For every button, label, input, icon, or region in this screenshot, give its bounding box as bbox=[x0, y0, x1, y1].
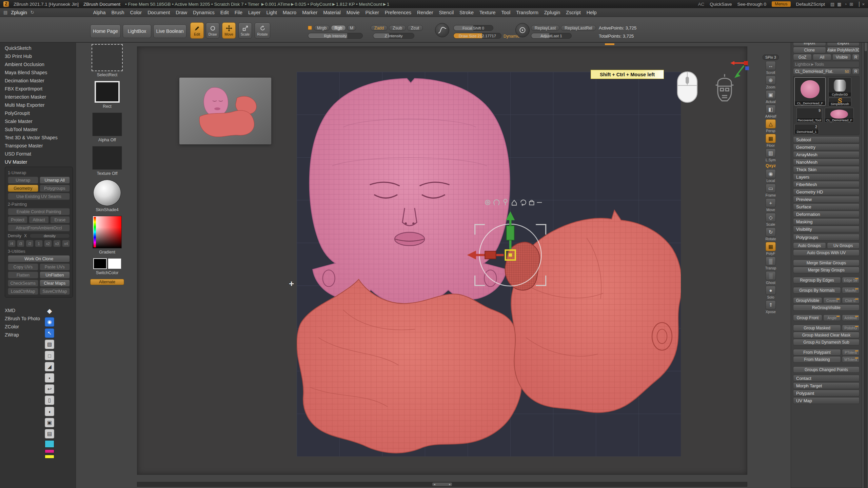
stroke-curve-icon[interactable] bbox=[435, 23, 449, 37]
tool-section-header[interactable]: Preview bbox=[793, 196, 860, 203]
menu-item[interactable]: Brush bbox=[108, 10, 127, 15]
uv-island-selected[interactable] bbox=[505, 242, 540, 290]
brush-icon[interactable]: ▧ bbox=[45, 340, 54, 349]
zplugin-menu-item[interactable]: Decimation Master bbox=[0, 77, 76, 85]
palette-icon[interactable]: ▦ bbox=[837, 2, 841, 7]
grid-icon[interactable]: ⊞ bbox=[850, 2, 853, 7]
home-page-button[interactable]: Home Page bbox=[90, 24, 121, 38]
live-boolean-button[interactable]: Live Boolean bbox=[153, 24, 186, 38]
dot-icon[interactable]: • bbox=[45, 373, 54, 383]
tool-section-header[interactable]: FiberMesh bbox=[793, 181, 860, 188]
trash-icon[interactable]: ▯ bbox=[45, 395, 54, 405]
tool-section-header-polygroups[interactable]: Polygroups bbox=[793, 234, 860, 241]
density-slider[interactable]: density bbox=[29, 233, 70, 238]
loadctrlmap-button[interactable]: LoadCtrlMap bbox=[8, 288, 38, 295]
density-x-toggle[interactable]: X bbox=[24, 233, 27, 238]
group-as-dynamesh-sub-button[interactable]: Group As Dynamesh Sub bbox=[793, 339, 860, 345]
replay-last-rel-button[interactable]: ReplayLastRel bbox=[561, 25, 596, 31]
alternate-button[interactable]: Alternate bbox=[90, 279, 124, 285]
zplugin-menu-item[interactable]: QuickSketch bbox=[0, 44, 76, 52]
texture-selector-button[interactable] bbox=[92, 146, 122, 170]
checkseams-button[interactable]: CheckSeams bbox=[8, 280, 38, 287]
cluster-slider[interactable]: Clstr 0. bbox=[842, 297, 860, 304]
cyan-swatch[interactable] bbox=[45, 440, 54, 448]
aahalf-button[interactable]: ◧ AAHalf bbox=[763, 105, 778, 118]
undo-icon[interactable]: ↩ bbox=[45, 384, 54, 394]
uv-island-face[interactable] bbox=[310, 79, 510, 305]
unwrap-button[interactable]: Unwrap bbox=[8, 177, 38, 184]
tool-section-header[interactable]: Polypaint bbox=[793, 390, 860, 396]
draw-size-slider[interactable]: Draw Size 212.17717 bbox=[453, 33, 501, 39]
goz-visible-button[interactable]: Visible bbox=[832, 54, 851, 60]
tool-section-header[interactable]: Surface bbox=[793, 203, 860, 210]
rgb-intensity-slider[interactable]: Rgb Intensity bbox=[308, 33, 363, 39]
magenta-swatch[interactable] bbox=[45, 449, 54, 453]
actual-button[interactable]: ▣ Actual bbox=[763, 90, 778, 104]
use-existing-uv-seams-toggle[interactable]: Use Existing UV Seams bbox=[8, 193, 70, 200]
right-shelf-icon[interactable]: ▭ bbox=[766, 184, 776, 193]
zsub-button[interactable]: Zsub bbox=[389, 25, 406, 31]
zplugin-menu-item[interactable]: XMD bbox=[0, 306, 76, 314]
protect-button[interactable]: Protect bbox=[8, 216, 27, 223]
alpha-selector-button[interactable] bbox=[92, 113, 122, 136]
switch-color-button[interactable] bbox=[93, 258, 121, 269]
groups-changed-points-button[interactable]: Groups Changed Points bbox=[793, 366, 860, 373]
enable-control-painting-button[interactable]: Enable Control Painting bbox=[8, 208, 70, 215]
layout-icon[interactable]: ▤ bbox=[830, 2, 834, 7]
zplugin-menu-item-uv-master[interactable]: UV Master bbox=[0, 158, 76, 166]
group-masked-clear-mask-button[interactable]: Group Masked Clear Mask bbox=[793, 332, 860, 338]
tool-section-header[interactable]: NanoMesh bbox=[793, 159, 860, 165]
tool-section-header[interactable]: Deformation bbox=[793, 211, 860, 218]
default-zscript-button[interactable]: DefaultZScript bbox=[796, 2, 825, 7]
cursor-icon[interactable]: ↖ bbox=[45, 328, 54, 338]
right-shelf-icon[interactable]: ▒ bbox=[766, 257, 776, 266]
local-symmetry-button[interactable]: ▥ L.Sym bbox=[763, 148, 778, 162]
density-multiplier-button[interactable]: 1 bbox=[35, 240, 43, 247]
local-button[interactable]: ◉ Local bbox=[763, 169, 778, 183]
lightbox-button[interactable]: LightBox bbox=[123, 24, 151, 38]
xpose-button[interactable]: ⇑ Xpose bbox=[763, 300, 778, 314]
tool-section-header[interactable]: UV Map bbox=[793, 397, 860, 404]
auto-groups-with-uv-button[interactable]: Auto Groups With UV bbox=[793, 249, 860, 256]
menu-item[interactable]: Texture bbox=[477, 10, 499, 15]
main-color-swatch[interactable] bbox=[93, 258, 107, 269]
density-multiplier-button[interactable]: /4 bbox=[8, 240, 16, 247]
zplugin-menu-item[interactable]: Text 3D & Vector Shapes bbox=[0, 134, 76, 142]
right-shelf-icon[interactable]: ● bbox=[766, 286, 776, 295]
frame-button[interactable]: ▭ Frame bbox=[763, 184, 778, 197]
density-multiplier-button[interactable]: x3 bbox=[53, 240, 61, 247]
erase-button[interactable]: Erase bbox=[50, 216, 70, 223]
tool-r-button[interactable]: R bbox=[852, 68, 860, 75]
zplugin-menu-item[interactable]: USD Format bbox=[0, 150, 76, 158]
coverage-slider[interactable]: Covera bbox=[823, 297, 841, 304]
menu-item[interactable]: Color bbox=[127, 10, 145, 15]
polyframe-button[interactable]: ▦ PolyF bbox=[763, 242, 778, 256]
right-shelf-icon[interactable]: ▥ bbox=[766, 148, 776, 158]
attract-button[interactable]: Attract bbox=[29, 216, 48, 223]
move-button[interactable]: + Move bbox=[763, 198, 778, 212]
reload-icon[interactable]: ↻ bbox=[31, 10, 34, 15]
unwrap-all-button[interactable]: Unwrap All bbox=[40, 177, 70, 184]
menu-item[interactable]: File bbox=[232, 10, 245, 15]
goz-r-button[interactable]: R bbox=[852, 54, 860, 60]
material-selector-button[interactable] bbox=[93, 180, 121, 206]
m-button[interactable]: M bbox=[347, 25, 356, 31]
density-multiplier-button[interactable]: x2 bbox=[44, 240, 52, 247]
Cylinder3D[interactable]: Cylinder3D bbox=[828, 77, 851, 97]
menu-item[interactable]: Transform bbox=[513, 10, 541, 15]
right-shelf-icon[interactable]: ↔ bbox=[766, 61, 776, 70]
menu-item[interactable]: Stencil bbox=[436, 10, 457, 15]
edge-sensitivity-slider[interactable]: Edge Se bbox=[842, 277, 860, 283]
menu-item[interactable]: Zscript bbox=[563, 10, 584, 15]
right-shelf-icon[interactable]: ◇ bbox=[766, 213, 776, 222]
move-button[interactable]: Move bbox=[222, 22, 236, 39]
Recovered_Tool[interactable]: 9 Recovered_Tool bbox=[796, 108, 822, 123]
floor-button[interactable]: ▦ Floor bbox=[763, 134, 778, 147]
tool-section-header[interactable]: Masking bbox=[793, 218, 860, 225]
horizontal-scrollbar[interactable]: ◂ ▸ bbox=[137, 482, 747, 487]
paste-uvs-button[interactable]: Paste UVs bbox=[40, 263, 70, 270]
tool-section-header[interactable]: ArrayMesh bbox=[793, 151, 860, 158]
angle-slider[interactable]: Angle bbox=[823, 314, 841, 321]
symmetry-axis-label[interactable]: Qxyz bbox=[763, 163, 778, 168]
m-tolerance-slider[interactable]: MTolera bbox=[842, 356, 860, 363]
